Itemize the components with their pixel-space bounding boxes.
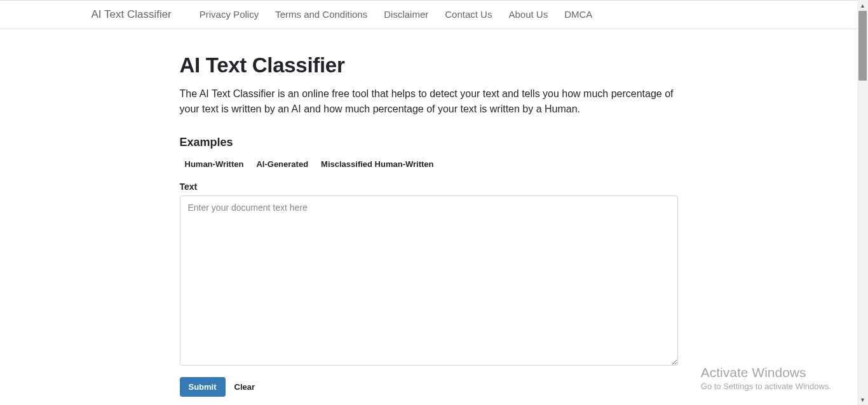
document-text-input[interactable] xyxy=(180,196,678,366)
tab-ai-generated[interactable]: AI-Generated xyxy=(256,158,308,170)
tab-human-written[interactable]: Human-Written xyxy=(185,158,244,170)
clear-button[interactable]: Clear xyxy=(232,378,258,395)
nav-link-about[interactable]: About Us xyxy=(508,9,548,20)
nav-link-contact[interactable]: Contact Us xyxy=(445,9,492,20)
nav-link-terms[interactable]: Terms and Conditions xyxy=(275,9,367,20)
text-label: Text xyxy=(180,182,678,192)
top-navbar: AI Text Classifier Privacy Policy Terms … xyxy=(0,1,857,29)
browser-scrollbar[interactable]: ▲ ▼ xyxy=(857,0,868,405)
submit-button[interactable]: Submit xyxy=(180,377,226,397)
scroll-down-arrow-icon[interactable]: ▼ xyxy=(857,394,868,405)
scrollbar-thumb[interactable] xyxy=(858,11,867,81)
page-scroll-area[interactable]: AI Text Classifier Privacy Policy Terms … xyxy=(0,0,857,404)
tab-misclassified[interactable]: Misclassified Human-Written xyxy=(321,158,433,170)
nav-link-privacy[interactable]: Privacy Policy xyxy=(200,9,259,20)
page-title: AI Text Classifier xyxy=(180,53,678,77)
main-container: AI Text Classifier The AI Text Classifie… xyxy=(180,29,678,397)
scroll-up-arrow-icon[interactable]: ▲ xyxy=(857,0,868,11)
nav-link-dmca[interactable]: DMCA xyxy=(564,9,592,20)
brand-link[interactable]: AI Text Classifier xyxy=(89,8,174,21)
example-tabs: Human-Written AI-Generated Misclassified… xyxy=(180,158,678,170)
examples-heading: Examples xyxy=(180,136,678,149)
nav-link-disclaimer[interactable]: Disclaimer xyxy=(384,9,428,20)
page-description: The AI Text Classifier is an online free… xyxy=(180,86,678,117)
